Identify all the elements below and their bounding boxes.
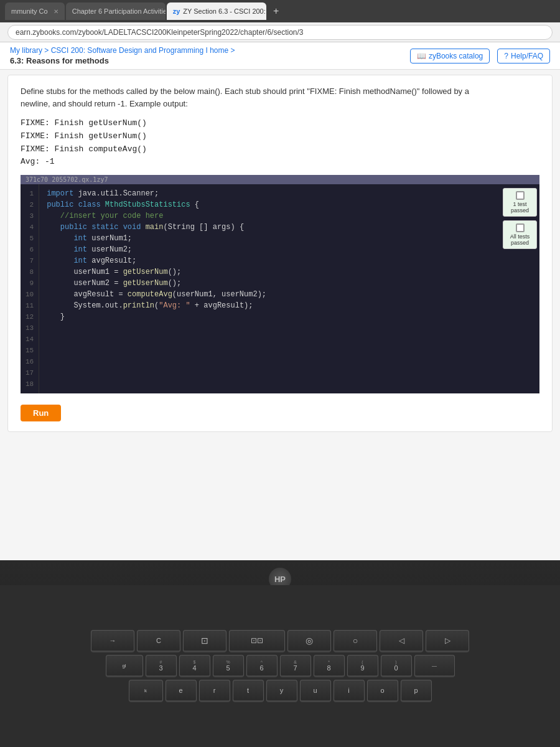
test-1-badge: 1 test passed <box>503 188 537 217</box>
key-circle1[interactable]: ◎ <box>287 630 331 652</box>
key-c[interactable]: C <box>137 630 180 652</box>
tab-label-active: ZY Section 6.3 - CSCI 200: Software <box>183 7 266 15</box>
tab-label: mmunity Co <box>11 7 48 15</box>
key-3[interactable]: #3 <box>146 655 177 677</box>
laptop-body: HP → C ⊡ ⊡⊡ ◎ ○ ◁ ▷ gl #3 $4 %5 ^6 &7 *8… <box>0 560 560 747</box>
code-line-1: import java.util.Scanner; <box>47 188 493 199</box>
key-u[interactable]: u <box>300 680 331 702</box>
test-2-checkbox <box>516 223 525 232</box>
key-backspace[interactable]: — <box>414 655 455 677</box>
zy-brand: zy <box>173 7 180 15</box>
editor-body: 12345 678910 1112131415 161718 import ja… <box>21 184 539 393</box>
code-editor[interactable]: 12345 678910 1112131415 161718 import ja… <box>21 184 500 393</box>
key-vol-up[interactable]: ▷ <box>426 630 469 652</box>
example-line-3: FIXME: Finish computeAvg() <box>21 143 539 156</box>
breadcrumb: My library > CSCI 200: Software Design a… <box>10 46 235 55</box>
key-8[interactable]: *8 <box>314 655 345 677</box>
code-line-13: userNum2 = getUserNum(); <box>47 278 493 289</box>
key-p[interactable]: p <box>401 680 432 702</box>
key-vol-down[interactable]: ◁ <box>380 630 423 652</box>
key-6[interactable]: ^6 <box>246 655 278 677</box>
key-9[interactable]: (9 <box>347 655 378 677</box>
example-line-1: FIXME: Finish getUserNum() <box>21 117 539 130</box>
key-i[interactable]: i <box>334 680 365 702</box>
test-2-label: All tests passed <box>510 233 530 246</box>
tab-chapter6[interactable]: Chapter 6 Participation Activitie ✕ <box>66 2 166 20</box>
test-1-label: 1 test passed <box>511 201 529 214</box>
browser-chrome: mmunity Co ✕ Chapter 6 Participation Act… <box>0 0 560 22</box>
code-line-3: public class MthdStubsStatistics { <box>47 199 493 210</box>
key-r[interactable]: r <box>199 680 230 702</box>
tab-close-community[interactable]: ✕ <box>54 8 58 15</box>
editor-header: 371c70 2055702.qx.1zy7 <box>21 175 539 184</box>
code-line-15: avgResult = computeAvg(userNum1, userNum… <box>47 289 493 300</box>
nav-left: My library > CSCI 200: Software Design a… <box>10 46 235 65</box>
key-window[interactable]: ⊡ <box>183 630 226 652</box>
new-tab-button[interactable]: + <box>268 2 285 20</box>
key-window2[interactable]: ⊡⊡ <box>229 630 285 652</box>
example-line-4: Avg: -1 <box>21 156 539 169</box>
page-content: My library > CSCI 200: Software Design a… <box>0 42 560 560</box>
keyboard-row-2: k e r t y u i o p <box>19 680 541 702</box>
key-0[interactable]: )0 <box>381 655 412 677</box>
help-faq-button[interactable]: ? Help/FAQ <box>497 49 550 63</box>
code-line-9: int userNum2; <box>47 244 493 255</box>
run-button[interactable]: Run <box>21 405 61 421</box>
key-4[interactable]: $4 <box>179 655 210 677</box>
line-numbers: 12345 678910 1112131415 161718 <box>21 184 39 393</box>
code-line-18: } <box>47 311 493 322</box>
keyboard-row-1: gl #3 $4 %5 ^6 &7 *8 (9 )0 — <box>19 655 541 677</box>
code-line-8: int userNum1; <box>47 233 493 244</box>
keyboard-area: → C ⊡ ⊡⊡ ◎ ○ ◁ ▷ gl #3 $4 %5 ^6 &7 *8 (9… <box>0 585 560 747</box>
code-line-17: System.out.println("Avg: " + avgResult); <box>47 300 493 311</box>
zybooks-catalog-button[interactable]: 📖 zyBooks catalog <box>410 49 490 63</box>
test-2-badge: All tests passed <box>503 220 537 249</box>
help-label: Help/FAQ <box>511 52 543 60</box>
tab-community[interactable]: mmunity Co ✕ <box>5 2 65 20</box>
address-text: earn.zybooks.com/zybook/LADELTACSCI200Kl… <box>16 28 303 37</box>
code-line-10: int avgResult; <box>47 255 493 266</box>
help-icon: ? <box>504 52 508 60</box>
example-line-2: FIXME: Finish getUserNum() <box>21 130 539 143</box>
book-icon: 📖 <box>417 52 426 60</box>
key-y[interactable]: y <box>266 680 297 702</box>
top-nav: My library > CSCI 200: Software Design a… <box>0 42 560 70</box>
example-output: FIXME: Finish getUserNum() FIXME: Finish… <box>21 117 539 169</box>
key-e[interactable]: e <box>166 680 197 702</box>
test-1-checkbox <box>516 191 525 200</box>
key-shift-left[interactable]: k <box>129 680 163 702</box>
section-title: 6.3: Reasons for methods <box>10 56 235 65</box>
breadcrumb-link[interactable]: My library > CSCI 200: Software Design a… <box>10 46 235 55</box>
nav-buttons: 📖 zyBooks catalog ? Help/FAQ <box>410 49 550 63</box>
catalog-label: zyBooks catalog <box>429 52 483 60</box>
description: Define stubs for the methods called by t… <box>21 85 539 110</box>
code-editor-container: 371c70 2055702.qx.1zy7 12345 678910 1112… <box>21 175 539 393</box>
key-5[interactable]: %5 <box>213 655 244 677</box>
test-results-panel: 1 test passed All tests passed <box>500 184 539 393</box>
main-content-area: Define stubs for the methods called by t… <box>7 75 553 432</box>
key-7[interactable]: &7 <box>280 655 311 677</box>
key-arrow[interactable]: → <box>91 630 134 652</box>
tab-label: Chapter 6 Participation Activitie <box>72 7 166 15</box>
key-circle2[interactable]: ○ <box>334 630 377 652</box>
code-lines[interactable]: import java.util.Scanner; public class M… <box>39 184 500 393</box>
address-input[interactable]: earn.zybooks.com/zybook/LADELTACSCI200Kl… <box>7 25 553 40</box>
address-bar: earn.zybooks.com/zybook/LADELTACSCI200Kl… <box>0 22 560 42</box>
description-line2: newline, and should return -1. Example o… <box>21 99 188 108</box>
key-tab[interactable]: gl <box>106 655 143 677</box>
tab-zybooks-active[interactable]: zy ZY Section 6.3 - CSCI 200: Software ✕ <box>167 2 266 20</box>
code-line-5: //insert your code here <box>47 210 493 222</box>
key-o[interactable]: o <box>367 680 398 702</box>
code-line-12: userNum1 = getUserNum(); <box>47 266 493 278</box>
key-t[interactable]: t <box>233 680 264 702</box>
description-line1: Define stubs for the methods called by t… <box>21 87 469 96</box>
keyboard-row-0: → C ⊡ ⊡⊡ ◎ ○ ◁ ▷ <box>19 630 541 652</box>
code-line-7: public static void main(String [] args) … <box>47 222 493 233</box>
